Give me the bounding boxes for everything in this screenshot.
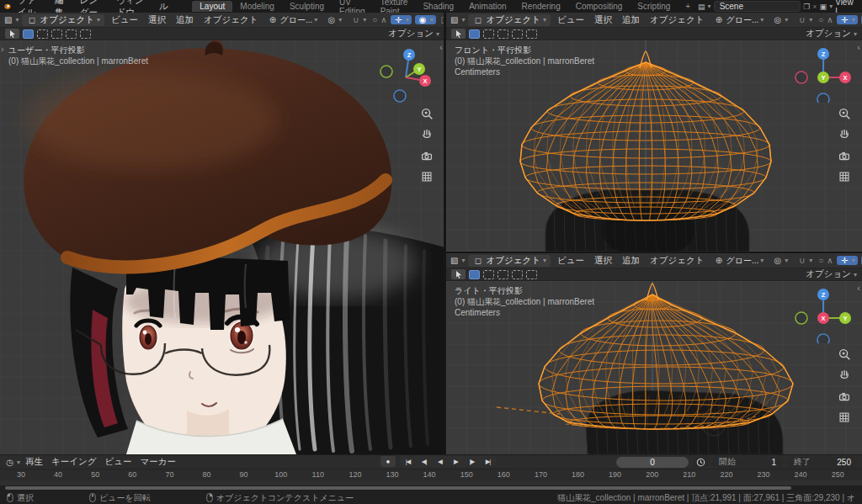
- sidebar-toggle-icon[interactable]: ‹: [857, 283, 860, 293]
- pan-hand-icon[interactable]: [837, 368, 852, 383]
- record-button[interactable]: ●: [380, 456, 396, 467]
- camera-view-icon[interactable]: [419, 148, 434, 163]
- mode-selector[interactable]: ◻オブジェクト▾: [22, 14, 104, 26]
- select-mode-new[interactable]: [469, 29, 480, 39]
- gizmo-toggle[interactable]: ✛▾: [391, 15, 412, 24]
- menu-add[interactable]: 追加: [173, 14, 197, 26]
- select-mode-extend[interactable]: [483, 29, 494, 39]
- viewport-user-canvas[interactable]: ユーザー・平行投影 (0) 猫山果花_collection | marronBe…: [0, 40, 444, 454]
- menu-object[interactable]: オブジェクト: [646, 14, 707, 26]
- menu-view[interactable]: ビュー: [108, 14, 141, 26]
- select-mode-subtract[interactable]: [498, 270, 508, 279]
- timeline-menu-view[interactable]: ビュー: [102, 456, 136, 468]
- add-workspace-button[interactable]: +: [678, 1, 698, 12]
- timeline-ruler[interactable]: 3040506070809010011012013014015016017018…: [0, 469, 862, 481]
- scrollbar-handle[interactable]: [5, 486, 791, 490]
- overlays-toggle[interactable]: ◉▾: [415, 15, 436, 24]
- select-mode-invert[interactable]: [66, 29, 77, 39]
- active-tool-button[interactable]: [451, 29, 466, 39]
- mode-selector[interactable]: ◻オブジェクト▾: [468, 255, 551, 267]
- select-mode-new[interactable]: [469, 270, 480, 279]
- proportional-editing-icon[interactable]: ○: [372, 15, 377, 24]
- camera-view-icon[interactable]: [837, 148, 852, 163]
- select-mode-extend[interactable]: [37, 29, 48, 39]
- active-tool-button[interactable]: [451, 269, 466, 279]
- jump-to-end-button[interactable]: ▶|: [480, 456, 496, 467]
- scene-icon[interactable]: ▤: [698, 3, 705, 11]
- gizmo-toggle[interactable]: ✛▾: [837, 256, 858, 265]
- tab-modeling[interactable]: Modeling: [232, 1, 282, 12]
- view-layer-icon[interactable]: ▣: [820, 3, 827, 11]
- scene-browse-chevron-icon[interactable]: ▾: [708, 3, 711, 10]
- snap-toggle[interactable]: ∪▾: [348, 15, 369, 24]
- editor-type-icon[interactable]: ▧: [450, 256, 458, 265]
- ortho-grid-icon[interactable]: [837, 169, 852, 184]
- editor-type-icon[interactable]: ▧: [450, 15, 458, 24]
- tab-sculpting[interactable]: Sculpting: [282, 1, 332, 12]
- sidebar-toggle-icon[interactable]: ‹: [857, 42, 860, 52]
- menu-view[interactable]: ビュー: [554, 255, 588, 267]
- menu-object[interactable]: オブジェクト: [200, 14, 261, 26]
- camera-view-icon[interactable]: [837, 389, 852, 404]
- play-button[interactable]: ▶: [448, 456, 464, 467]
- proportional-editing-icon[interactable]: ○: [818, 256, 823, 265]
- tool-options-dropdown[interactable]: オプション▾: [806, 268, 857, 280]
- tab-shading[interactable]: Shading: [415, 1, 461, 12]
- menu-select[interactable]: 選択: [145, 14, 169, 26]
- active-tool-button[interactable]: [5, 29, 19, 39]
- blender-logo-icon[interactable]: [3, 1, 11, 12]
- select-mode-new[interactable]: [23, 29, 34, 39]
- pivot-point[interactable]: ◎▾: [769, 256, 790, 265]
- select-mode-intersect[interactable]: [526, 270, 537, 279]
- new-scene-icon[interactable]: ❐: [803, 3, 810, 11]
- pan-hand-icon[interactable]: [419, 127, 434, 142]
- snap-toggle[interactable]: ∪▾: [794, 256, 815, 265]
- tab-rendering[interactable]: Rendering: [514, 1, 568, 12]
- menu-object[interactable]: オブジェクト: [646, 255, 707, 267]
- falloff-icon[interactable]: ∧: [827, 256, 833, 265]
- toolbar-toggle-icon[interactable]: ›: [1, 44, 4, 54]
- navigation-gizmo[interactable]: ZYX: [795, 284, 854, 343]
- select-mode-intersect[interactable]: [526, 29, 537, 39]
- tool-options-dropdown[interactable]: オプション▾: [806, 28, 857, 40]
- menu-add[interactable]: 追加: [619, 14, 643, 26]
- timeline-menu-marker[interactable]: マーカー: [137, 456, 180, 468]
- editor-type-icon[interactable]: ▧: [4, 15, 12, 24]
- editor-type-chevron-icon[interactable]: ▾: [461, 16, 465, 24]
- zoom-icon[interactable]: [837, 347, 852, 362]
- menu-select[interactable]: 選択: [591, 255, 615, 267]
- menu-add[interactable]: 追加: [619, 255, 643, 267]
- timeline-menu-keying[interactable]: キーイング: [48, 456, 99, 468]
- zoom-icon[interactable]: [419, 106, 434, 121]
- zoom-icon[interactable]: [837, 106, 852, 121]
- select-mode-subtract[interactable]: [498, 29, 508, 39]
- viewport-divider-vertical[interactable]: [444, 13, 446, 454]
- jump-to-start-button[interactable]: |◀: [400, 456, 416, 467]
- unlink-scene-icon[interactable]: ×: [812, 3, 817, 11]
- snap-toggle[interactable]: ∪▾: [794, 15, 815, 24]
- transform-orientation[interactable]: ⊕グロー...▾: [264, 14, 320, 26]
- scene-name-field[interactable]: Scene: [714, 1, 801, 12]
- falloff-icon[interactable]: ∧: [380, 15, 386, 24]
- gizmo-toggle[interactable]: ✛▾: [837, 15, 858, 24]
- sidebar-toggle-icon[interactable]: ‹: [439, 42, 443, 52]
- timeline-editor-icon[interactable]: ◷: [4, 458, 15, 467]
- ortho-grid-icon[interactable]: [419, 169, 434, 184]
- use-preview-range-button[interactable]: [693, 457, 708, 468]
- tab-animation[interactable]: Animation: [461, 1, 513, 12]
- prev-keyframe-button[interactable]: ◀|: [416, 456, 432, 467]
- pan-hand-icon[interactable]: [837, 127, 852, 142]
- editor-type-chevron-icon[interactable]: ▾: [461, 257, 465, 264]
- beret[interactable]: [24, 40, 391, 270]
- viewport-front-canvas[interactable]: フロント・平行投影 (0) 猫山果花_collection | marronBe…: [446, 40, 862, 252]
- navigation-gizmo[interactable]: ZYX: [377, 44, 436, 103]
- timeline-menu-playback[interactable]: 再生: [22, 456, 46, 468]
- tab-layout[interactable]: Layout: [192, 1, 232, 12]
- tool-options-dropdown[interactable]: オプション▾: [388, 28, 439, 40]
- transform-orientation[interactable]: ⊕グロー...▾: [710, 255, 766, 267]
- falloff-icon[interactable]: ∧: [827, 15, 833, 24]
- play-reverse-button[interactable]: ◀: [432, 456, 448, 467]
- tab-compositing[interactable]: Compositing: [568, 1, 631, 12]
- timeline-editor-chevron-icon[interactable]: ▾: [17, 459, 20, 466]
- current-frame-field[interactable]: 0: [616, 457, 689, 468]
